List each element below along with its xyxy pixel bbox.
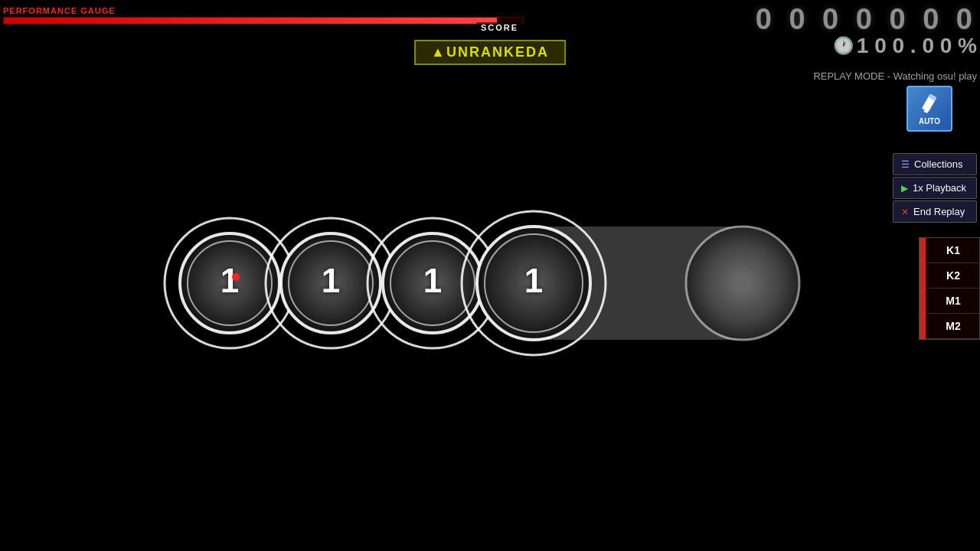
playback-button[interactable]: ▶ 1x Playback (893, 177, 977, 199)
key-panel: K1 K2 M1 M2 (919, 237, 980, 340)
game-canvas (0, 0, 900, 551)
end-replay-label: End Replay (913, 206, 965, 217)
auto-label: AUTO (919, 117, 940, 126)
key-m2: M2 (920, 314, 979, 339)
playback-label: 1x Playback (913, 182, 966, 194)
key-m1: M1 (920, 289, 979, 314)
buttons-panel: ☰ Collections ▶ 1x Playback ✕ End Replay (893, 153, 977, 223)
list-icon: ☰ (901, 159, 910, 170)
play-icon: ▶ (901, 183, 908, 194)
end-replay-button[interactable]: ✕ End Replay (893, 201, 977, 223)
key-k2: K2 (920, 263, 979, 289)
key-k1: K1 (920, 238, 979, 263)
collections-label: Collections (914, 158, 963, 170)
collections-button[interactable]: ☰ Collections (893, 153, 977, 175)
pencil-svg (917, 92, 942, 116)
auto-icon: AUTO (906, 86, 952, 132)
x-icon: ✕ (901, 207, 909, 217)
key-panel-bar (920, 238, 926, 339)
